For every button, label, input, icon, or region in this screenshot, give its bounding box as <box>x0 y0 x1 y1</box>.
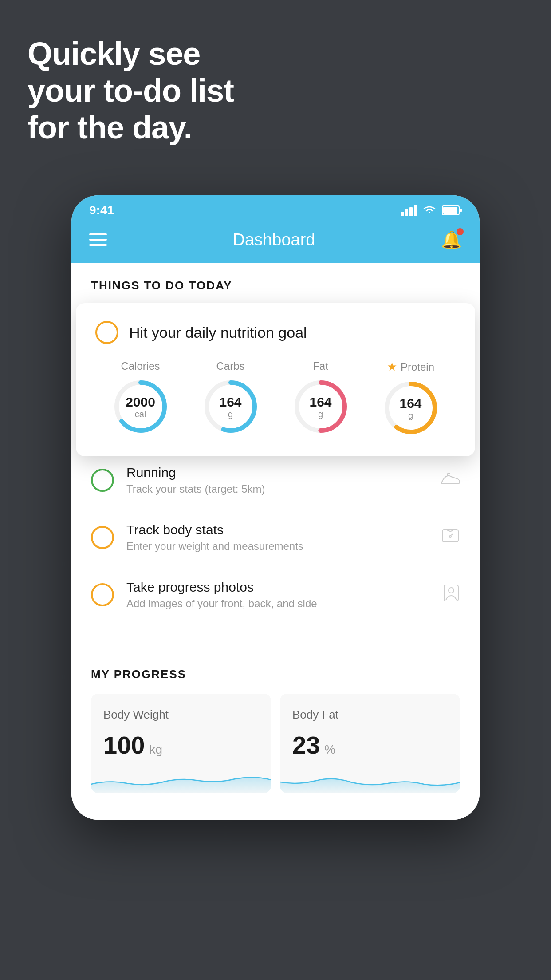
body-weight-value: 100 kg <box>103 731 259 759</box>
todo-item-running[interactable]: Running Track your stats (target: 5km) <box>91 452 460 509</box>
body-fat-chart <box>280 767 460 793</box>
running-text: Running Track your stats (target: 5km) <box>126 465 428 495</box>
todo-item-progress-photos[interactable]: Take progress photos Add images of your … <box>91 566 460 623</box>
fat-donut: 164 g <box>292 378 350 435</box>
svg-rect-2 <box>409 207 413 216</box>
svg-point-19 <box>449 588 454 593</box>
header-title: Dashboard <box>233 230 315 249</box>
calories-label: Calories <box>121 360 160 372</box>
body-stats-title: Track body stats <box>126 522 428 537</box>
macro-carbs: Carbs 164 g <box>202 360 260 435</box>
progress-photos-subtitle: Add images of your front, back, and side <box>126 597 430 610</box>
card-title-row: Hit your daily nutrition goal <box>95 321 456 344</box>
progress-photos-title: Take progress photos <box>126 580 430 595</box>
svg-rect-5 <box>443 207 457 214</box>
svg-rect-1 <box>405 209 408 216</box>
running-subtitle: Track your stats (target: 5km) <box>126 483 428 495</box>
nutrition-checkbox[interactable] <box>95 321 118 344</box>
wifi-icon <box>422 205 437 216</box>
phone-mockup: 9:41 <box>71 195 480 820</box>
hero-text: Quickly see your to-do list for the day. <box>28 36 234 146</box>
phone-content: THINGS TO DO TODAY Hit your daily nutrit… <box>71 263 480 820</box>
body-fat-value: 23 % <box>292 731 448 759</box>
nutrition-card-title: Hit your daily nutrition goal <box>129 324 307 341</box>
star-icon: ★ <box>387 360 397 374</box>
carbs-donut: 164 g <box>202 378 260 435</box>
things-section-header: THINGS TO DO TODAY <box>71 263 480 303</box>
running-title: Running <box>126 465 428 480</box>
hero-line2: your to-do list <box>28 72 234 109</box>
status-bar: 9:41 <box>71 195 480 221</box>
body-fat-card-title: Body Fat <box>292 708 448 722</box>
running-checkbox[interactable] <box>91 469 114 492</box>
nutrition-macros: Calories 2000 cal <box>95 360 456 437</box>
body-weight-card-title: Body Weight <box>103 708 259 722</box>
todo-list: Running Track your stats (target: 5km) <box>71 452 480 623</box>
bottom-padding <box>71 793 480 820</box>
nutrition-card: Hit your daily nutrition goal Calories <box>76 303 475 456</box>
body-stats-checkbox[interactable] <box>91 526 114 549</box>
spacer <box>71 623 480 645</box>
svg-rect-0 <box>401 212 404 216</box>
hero-line1: Quickly see <box>28 36 234 72</box>
progress-photos-checkbox[interactable] <box>91 583 114 606</box>
progress-section: MY PROGRESS Body Weight 100 kg <box>71 645 480 793</box>
progress-section-title: MY PROGRESS <box>91 668 460 681</box>
svg-point-17 <box>449 536 451 537</box>
protein-label: ★ Protein <box>387 360 434 374</box>
battery-icon <box>442 205 462 216</box>
hamburger-button[interactable] <box>89 233 107 246</box>
notification-badge <box>457 228 464 235</box>
macro-fat: Fat 164 g <box>292 360 350 435</box>
body-weight-unit: kg <box>149 743 162 757</box>
body-fat-unit: % <box>324 743 335 757</box>
person-icon <box>442 583 460 607</box>
body-weight-card[interactable]: Body Weight 100 kg <box>91 694 271 793</box>
progress-photos-text: Take progress photos Add images of your … <box>126 580 430 610</box>
body-stats-text: Track body stats Enter your weight and m… <box>126 522 428 553</box>
shoe-icon <box>441 470 460 490</box>
body-fat-card[interactable]: Body Fat 23 % <box>280 694 460 793</box>
scale-icon <box>441 527 460 549</box>
fat-label: Fat <box>313 360 328 372</box>
macro-protein: ★ Protein 164 g <box>382 360 440 437</box>
body-weight-number: 100 <box>103 731 145 759</box>
svg-rect-6 <box>460 209 462 212</box>
phone-frame: 9:41 <box>71 195 480 820</box>
status-icons <box>401 205 462 216</box>
calories-donut: 2000 cal <box>112 378 169 435</box>
body-weight-chart <box>91 767 271 793</box>
carbs-label: Carbs <box>216 360 244 372</box>
macro-calories: Calories 2000 cal <box>112 360 169 435</box>
protein-donut: 164 g <box>382 379 440 437</box>
app-header: Dashboard 🔔 <box>71 221 480 263</box>
signal-icon <box>401 205 417 216</box>
todo-item-body-stats[interactable]: Track body stats Enter your weight and m… <box>91 509 460 566</box>
body-stats-subtitle: Enter your weight and measurements <box>126 540 428 553</box>
hero-line3: for the day. <box>28 109 234 146</box>
progress-cards: Body Weight 100 kg <box>91 694 460 793</box>
notification-button[interactable]: 🔔 <box>441 230 462 249</box>
body-fat-number: 23 <box>292 731 320 759</box>
time-display: 9:41 <box>89 203 114 217</box>
svg-rect-3 <box>414 205 417 216</box>
